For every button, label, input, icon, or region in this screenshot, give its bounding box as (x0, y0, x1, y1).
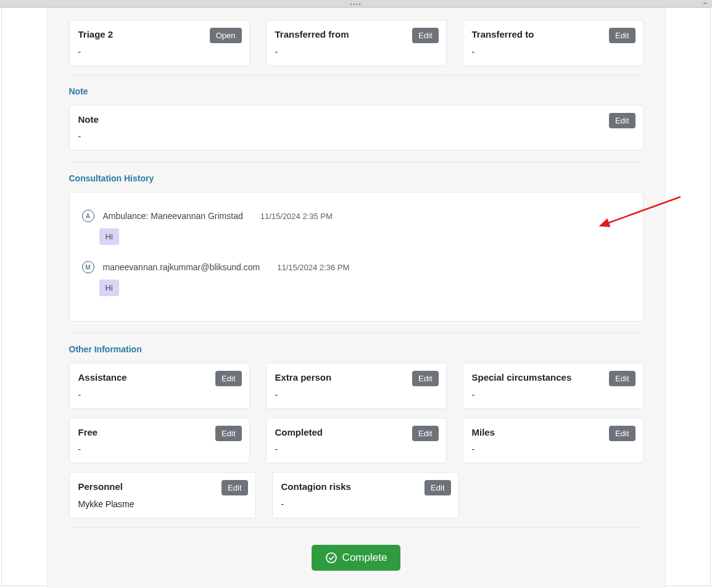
history-entry: M maneevannan.rajkummar@bliksund.com 11/… (82, 261, 631, 296)
card-assistance-value: - (78, 390, 241, 400)
history-entry-header: M maneevannan.rajkummar@bliksund.com 11/… (82, 261, 631, 273)
card-assistance: Assistance - Edit (69, 363, 250, 409)
edit-button[interactable]: Edit (609, 371, 635, 386)
card-completed-value: - (275, 444, 437, 454)
history-timestamp: 11/15/2024 2:35 PM (260, 212, 333, 221)
drag-dots-icon: •••• (350, 1, 362, 7)
card-personnel-value: Mykke Plasme (78, 499, 247, 509)
edit-button[interactable]: Edit (412, 426, 438, 441)
card-transferred-from-value: - (275, 47, 437, 57)
svg-point-0 (326, 553, 336, 563)
divider (69, 527, 644, 528)
edit-button[interactable]: Edit (215, 426, 241, 441)
other-row-2: Free - Edit Completed - Edit Miles - Edi… (69, 418, 644, 464)
complete-button[interactable]: Complete (312, 545, 401, 571)
history-author: Ambulance: Maneevannan Grimstad (103, 211, 243, 221)
avatar: M (82, 261, 94, 273)
edit-button[interactable]: Edit (221, 480, 247, 495)
edit-button[interactable]: Edit (412, 371, 438, 386)
card-note-title: Note (78, 114, 634, 126)
card-extra-person-value: - (275, 390, 437, 400)
history-entry-header: A Ambulance: Maneevannan Grimstad 11/15/… (82, 210, 631, 222)
card-free-value: - (78, 444, 241, 454)
card-completed: Completed - Edit (266, 418, 447, 464)
divider (69, 333, 644, 333)
other-info-heading: Other Information (69, 344, 644, 354)
card-transferred-from: Transferred from - Edit (266, 20, 447, 66)
card-extra-person: Extra person - Edit (266, 363, 447, 409)
history-author: maneevannan.rajkummar@bliksund.com (103, 262, 260, 272)
other-row-1: Assistance - Edit Extra person - Edit Sp… (69, 363, 644, 409)
complete-button-label: Complete (342, 552, 387, 564)
history-section: Consultation History A Ambulance: Maneev… (69, 173, 644, 321)
history-message-wrap: Hi (99, 280, 631, 296)
card-special-circumstances: Special circumstances - Edit (463, 363, 644, 409)
card-miles-value: - (472, 444, 634, 454)
card-special-value: - (472, 390, 634, 400)
avatar: A (82, 210, 94, 222)
note-section: Note Note - Edit (69, 86, 644, 151)
other-info-section: Other Information Assistance - Edit Extr… (69, 344, 644, 518)
outer-frame: Triage 2 - Open Transferred from - Edit … (1, 7, 711, 586)
card-triage2: Triage 2 - Open (69, 20, 250, 66)
message-chip: Hi (99, 228, 119, 245)
check-circle-icon (325, 552, 337, 564)
edit-button[interactable]: Edit (609, 113, 635, 128)
card-free: Free - Edit (69, 418, 250, 464)
divider (69, 162, 644, 162)
card-miles: Miles - Edit (463, 418, 644, 464)
empty-slot (475, 472, 644, 518)
card-personnel: Personnel Mykke Plasme Edit (69, 472, 256, 518)
history-heading: Consultation History (69, 173, 644, 183)
card-contagion-value: - (281, 499, 450, 509)
message-chip: Hi (99, 280, 119, 296)
complete-wrap: Complete (69, 545, 644, 571)
history-timestamp: 11/15/2024 2:36 PM (277, 263, 349, 272)
edit-button[interactable]: Edit (609, 426, 635, 441)
edit-button[interactable]: Edit (215, 371, 241, 386)
note-heading: Note (69, 86, 644, 96)
page-content: Triage 2 - Open Transferred from - Edit … (47, 8, 666, 588)
card-note: Note - Edit (69, 105, 644, 151)
edit-button[interactable]: Edit (424, 480, 450, 495)
top-card-row: Triage 2 - Open Transferred from - Edit … (69, 20, 644, 66)
open-button[interactable]: Open (210, 28, 242, 43)
edit-button[interactable]: Edit (412, 28, 438, 43)
divider (69, 75, 644, 75)
history-card: A Ambulance: Maneevannan Grimstad 11/15/… (69, 192, 644, 321)
card-triage2-value: - (78, 47, 241, 57)
resize-arrows-icon[interactable]: ↔ (702, 0, 708, 6)
window-top-bar: •••• ↔ (0, 0, 712, 7)
edit-button[interactable]: Edit (609, 28, 635, 43)
history-message-wrap: Hi (99, 228, 631, 245)
history-entry: A Ambulance: Maneevannan Grimstad 11/15/… (82, 210, 631, 245)
card-transferred-to-value: - (472, 47, 634, 57)
card-note-value: - (78, 131, 634, 141)
other-row-3: Personnel Mykke Plasme Edit Contagion ri… (69, 472, 644, 518)
card-transferred-to: Transferred to - Edit (463, 20, 644, 66)
card-contagion: Contagion risks - Edit (272, 472, 459, 518)
